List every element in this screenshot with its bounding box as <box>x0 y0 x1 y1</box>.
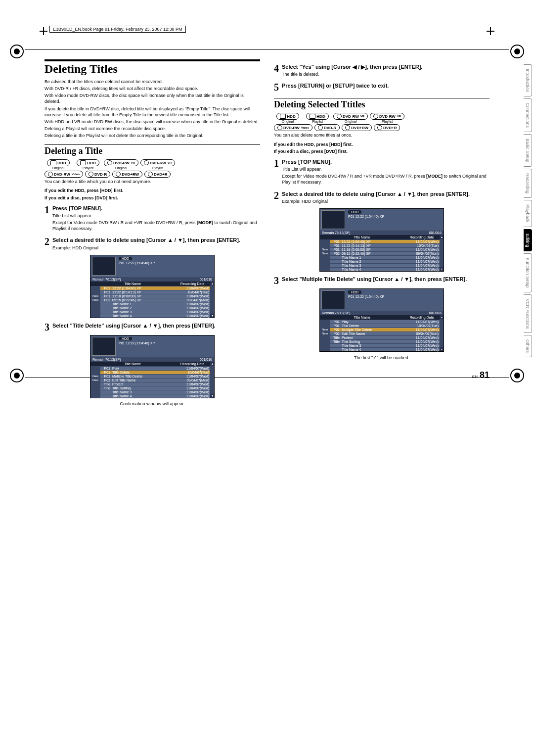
section-tab-basic-setup: Basic Setup <box>524 134 532 167</box>
section-tabs: IntroductionConnectionsBasic SetupRecord… <box>524 64 532 357</box>
section-tab-vcr-functions: VCR Functions <box>524 294 532 333</box>
disc-badge: DVD+R <box>374 124 400 131</box>
disc-note: You can delete a title which you do not … <box>44 179 260 185</box>
disc-icon <box>107 160 112 165</box>
osd-row: TitleTitle Sorting11/04/07(Wed) <box>320 339 440 343</box>
section-tab-connections: Connections <box>524 98 532 132</box>
osd-row: TitleProtect11/04/07(Wed) <box>90 382 210 386</box>
crop-mark-icon <box>10 45 24 58</box>
osd-screen: HDDP01 12:22 (1:04:40) XPRemain 76:13(SP… <box>90 255 215 318</box>
disc-badge: DVD-R <box>314 124 340 131</box>
hdd-pill: HDD <box>119 337 132 340</box>
page-number: EN81 <box>274 370 490 380</box>
hdd-icon <box>310 114 315 119</box>
section-tab-editing: Editing <box>524 229 532 252</box>
hdd-pill: HDD <box>348 290 361 294</box>
disc-badge: HDD <box>276 113 299 120</box>
osd-row: Title Name 211/04/07(Wed) <box>320 259 440 263</box>
osd-screen: HDDP01 12:22 (1:04:40) XPRemain 76:13(SP… <box>90 335 215 398</box>
osd-row: NewP02Edit Title Name09/04/07(Mon) <box>90 378 210 382</box>
section-tab-function-setup: Function Setup <box>524 253 532 292</box>
step-number: 3 <box>274 276 279 285</box>
osd-row: Title Name 411/04/07(Wed) <box>90 394 210 398</box>
osd-row: Title Name 311/04/07(Wed) <box>320 263 440 267</box>
disc-badge: HDD <box>306 113 328 120</box>
thumbnail-placeholder <box>321 290 345 309</box>
section-tab-introduction: Introduction <box>524 64 532 96</box>
section-tab-recording: Recording <box>524 169 532 198</box>
thumbnail-placeholder <box>92 257 116 276</box>
osd-row: NewP0209:15 (0:22:46) SP09/04/07(Mon) <box>320 251 440 255</box>
osd-row: Title Name 411/04/07(Wed) <box>320 347 440 351</box>
osd-row: P0111:22 (0:14:13) XP10/04/07(Tue) <box>320 243 440 247</box>
osd-row: P01Play11/04/07(Wed) <box>320 320 440 324</box>
osd-row: NewP0111:18 (0:00:00) SP11/04/07(Wed) <box>320 247 440 251</box>
scroll-up-icon: ▴ <box>210 282 214 285</box>
scroll-up-icon: ▴ <box>440 315 444 319</box>
scroll-up-icon: ▴ <box>440 235 444 239</box>
step-heading: Select "Title Delete" using [Cursor ▲ / … <box>52 322 260 329</box>
hdd-icon <box>280 114 286 119</box>
scrollbar: ▴▾ <box>210 282 214 318</box>
scroll-down-icon: ▾ <box>440 347 444 351</box>
section-heading-delete-title: Deleting a Title <box>44 144 260 156</box>
osd-screen: HDDP01 12:22 (1:04:40) XPRemain 76:13(SP… <box>319 208 444 272</box>
osd-row: Title Name 311/04/07(Wed) <box>90 390 210 394</box>
disc-icon <box>377 125 382 130</box>
disc-badge: DVD+RW <box>342 124 372 131</box>
step-number: 1 <box>44 205 49 233</box>
disc-icon <box>373 114 378 119</box>
crop-mark-icon <box>510 45 524 58</box>
scroll-up-icon: ▴ <box>210 362 214 366</box>
disc-icon <box>116 172 121 177</box>
hdd-pill: HDD <box>348 210 361 214</box>
scroll-down-icon: ▾ <box>210 314 214 318</box>
step-heading: Select "Yes" using [Cursor ◀ / ▶], then … <box>282 63 490 70</box>
osd-row: P01Title Delete10/04/07(Tue) <box>90 370 210 374</box>
step-heading: Select a desired title to delete using [… <box>52 236 260 243</box>
osd-row: P01Play11/04/07(Wed) <box>90 366 210 370</box>
disc-badge: DVD-RWVR <box>140 159 175 166</box>
osd-row: TitleTitle Sorting11/04/07(Wed) <box>90 386 210 390</box>
osd-row: TitleProtect11/04/07(Wed) <box>320 335 440 339</box>
crop-mark-icon <box>510 369 524 382</box>
thumbnail-placeholder <box>92 337 116 356</box>
section-tab-playback: Playback <box>524 200 532 227</box>
disc-icon <box>148 172 153 177</box>
disc-badge: DVD-RWVR <box>370 113 404 120</box>
osd-row: Title Name 111/04/07(Wed) <box>320 255 440 259</box>
disc-icon <box>144 160 149 165</box>
osd-row: NewP01Multiple Title Delete11/04/07(Wed) <box>320 328 440 331</box>
osd-row: P0111:22 (0:14:13) XP10/04/07(Tue) <box>90 290 210 294</box>
intro-text: Be advised that the titles once deleted … <box>44 79 260 139</box>
step-heading: Select "Multiple Title Delete" using [Cu… <box>282 276 490 283</box>
disc-icon <box>337 114 342 119</box>
disc-badges: HDDOriginalHDDPlaylistDVD-RWVROriginalDV… <box>44 159 260 178</box>
osd-screen: HDDP01 12:22 (1:04:40) XPRemain 76:13(SP… <box>319 288 444 352</box>
hdd-icon <box>80 160 86 165</box>
disc-badge: HDD <box>77 159 99 166</box>
scrollbar: ▴▾ <box>440 315 444 351</box>
step3-caption: Confirmation window will appear. <box>44 401 260 406</box>
step-heading: Press [RETURN] or [SETUP] twice to exit. <box>282 82 490 89</box>
disc-note: You can also delete some titles at once. <box>274 132 490 138</box>
disc-badges: HDDOriginalHDDPlaylistDVD-RWVROriginalDV… <box>274 113 490 131</box>
step-number: 4 <box>274 63 279 78</box>
step-number: 3 <box>44 322 49 332</box>
scroll-down-icon: ▾ <box>440 267 444 271</box>
step-heading: Press [TOP MENU]. <box>282 158 490 165</box>
osd-row: Title Name 311/04/07(Wed) <box>320 343 440 347</box>
osd-row: P0112:22 (1:04:40) XP11/04/07(Wed) <box>90 286 210 290</box>
hdd-icon <box>50 160 56 165</box>
disc-icon <box>318 125 323 130</box>
step-number: 1 <box>274 158 279 187</box>
scroll-down-icon: ▾ <box>210 394 214 398</box>
checkmark-icon: ✓ <box>373 355 377 360</box>
osd-row: P0112:22 (1:04:40) XP11/04/07(Wed) <box>320 239 440 243</box>
disc-badge: HDD <box>47 159 69 166</box>
disc-icon <box>89 172 93 177</box>
disc-icon <box>48 172 53 177</box>
disc-badge: DVD-R <box>85 171 110 178</box>
disc-badge: DVD-RWVR <box>104 159 138 166</box>
osd-row: P01Title Delete10/04/07(Tue) <box>320 324 440 328</box>
